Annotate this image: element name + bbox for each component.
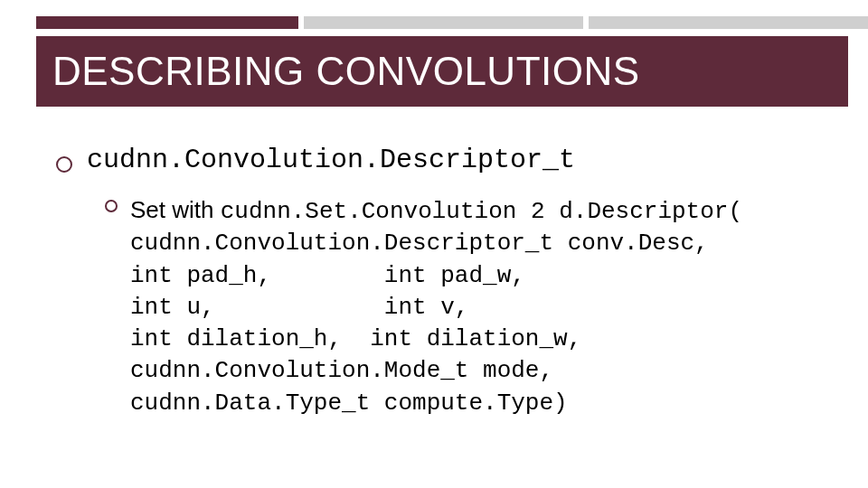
bullet2-prefix: Set with [130, 196, 221, 223]
bullet-level2: Set with cudnn.Set.Convolution 2 d.Descr… [105, 195, 814, 418]
bullet-level1: cudnn.Convolution.Descriptor_t [56, 145, 814, 175]
slide-title: DESCRIBING CONVOLUTIONS [52, 49, 640, 94]
signature-line: cudnn.Convolution.Mode_t mode, [130, 356, 742, 386]
bullet-circle-icon [105, 200, 118, 212]
bullet-circle-icon [56, 156, 72, 173]
slide: DESCRIBING CONVOLUTIONS cudnn.Convolutio… [0, 0, 868, 488]
content-area: cudnn.Convolution.Descriptor_t Set with … [56, 145, 814, 418]
signature-line: int u, int v, [130, 293, 742, 323]
bullet2-func: cudnn.Set.Convolution 2 d.Descriptor( [221, 198, 742, 225]
decorative-top-bar [36, 16, 868, 29]
signature-line: cudnn.Data.Type_t compute.Type) [130, 389, 742, 418]
title-bar: DESCRIBING CONVOLUTIONS [36, 36, 848, 107]
signature-line: int pad_h, int pad_w, [130, 261, 742, 291]
topbar-segment-accent [36, 16, 298, 29]
bullet2-body: Set with cudnn.Set.Convolution 2 d.Descr… [130, 195, 742, 418]
signature-line: cudnn.Convolution.Descriptor_t conv.Desc… [130, 229, 742, 258]
topbar-segment-grey [304, 16, 583, 29]
bullet1-text: cudnn.Convolution.Descriptor_t [87, 145, 575, 175]
topbar-segment-grey [589, 16, 868, 29]
signature-line: int dilation_h, int dilation_w, [130, 324, 742, 354]
